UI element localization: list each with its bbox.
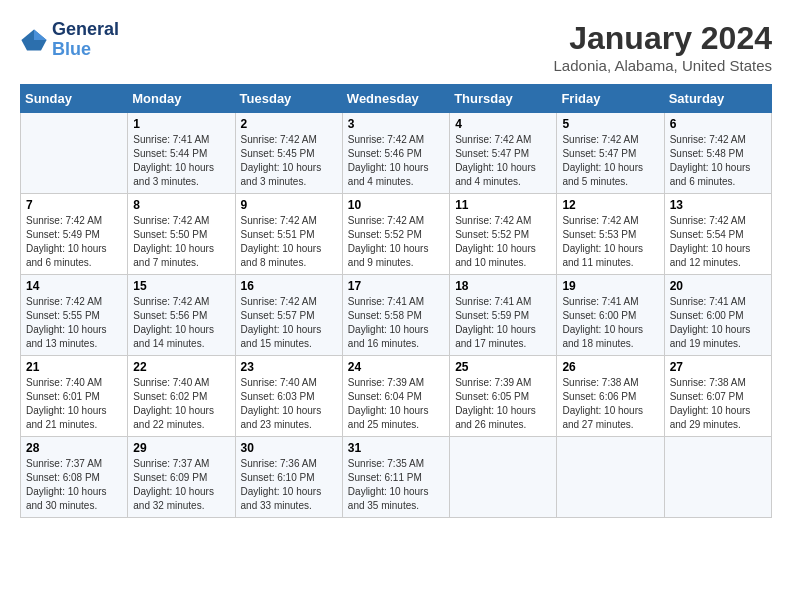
day-number: 20	[670, 279, 766, 293]
calendar-cell: 14Sunrise: 7:42 AMSunset: 5:55 PMDayligh…	[21, 275, 128, 356]
calendar-cell: 26Sunrise: 7:38 AMSunset: 6:06 PMDayligh…	[557, 356, 664, 437]
day-info: Sunrise: 7:42 AMSunset: 5:47 PMDaylight:…	[455, 133, 551, 189]
weekday-thursday: Thursday	[450, 85, 557, 113]
calendar-cell: 22Sunrise: 7:40 AMSunset: 6:02 PMDayligh…	[128, 356, 235, 437]
day-info: Sunrise: 7:42 AMSunset: 5:52 PMDaylight:…	[455, 214, 551, 270]
day-number: 16	[241, 279, 337, 293]
day-number: 29	[133, 441, 229, 455]
day-number: 25	[455, 360, 551, 374]
day-number: 12	[562, 198, 658, 212]
day-info: Sunrise: 7:41 AMSunset: 6:00 PMDaylight:…	[670, 295, 766, 351]
day-info: Sunrise: 7:40 AMSunset: 6:02 PMDaylight:…	[133, 376, 229, 432]
day-number: 21	[26, 360, 122, 374]
calendar-cell: 19Sunrise: 7:41 AMSunset: 6:00 PMDayligh…	[557, 275, 664, 356]
calendar-cell: 21Sunrise: 7:40 AMSunset: 6:01 PMDayligh…	[21, 356, 128, 437]
calendar-cell: 5Sunrise: 7:42 AMSunset: 5:47 PMDaylight…	[557, 113, 664, 194]
day-info: Sunrise: 7:42 AMSunset: 5:48 PMDaylight:…	[670, 133, 766, 189]
day-number: 10	[348, 198, 444, 212]
day-number: 26	[562, 360, 658, 374]
week-row-4: 21Sunrise: 7:40 AMSunset: 6:01 PMDayligh…	[21, 356, 772, 437]
day-info: Sunrise: 7:42 AMSunset: 5:51 PMDaylight:…	[241, 214, 337, 270]
day-info: Sunrise: 7:39 AMSunset: 6:04 PMDaylight:…	[348, 376, 444, 432]
calendar-cell: 6Sunrise: 7:42 AMSunset: 5:48 PMDaylight…	[664, 113, 771, 194]
calendar-cell: 16Sunrise: 7:42 AMSunset: 5:57 PMDayligh…	[235, 275, 342, 356]
calendar-cell: 13Sunrise: 7:42 AMSunset: 5:54 PMDayligh…	[664, 194, 771, 275]
calendar-table: SundayMondayTuesdayWednesdayThursdayFrid…	[20, 84, 772, 518]
calendar-cell: 28Sunrise: 7:37 AMSunset: 6:08 PMDayligh…	[21, 437, 128, 518]
day-number: 6	[670, 117, 766, 131]
day-info: Sunrise: 7:35 AMSunset: 6:11 PMDaylight:…	[348, 457, 444, 513]
calendar-cell: 8Sunrise: 7:42 AMSunset: 5:50 PMDaylight…	[128, 194, 235, 275]
calendar-cell: 1Sunrise: 7:41 AMSunset: 5:44 PMDaylight…	[128, 113, 235, 194]
day-number: 22	[133, 360, 229, 374]
calendar-cell: 30Sunrise: 7:36 AMSunset: 6:10 PMDayligh…	[235, 437, 342, 518]
calendar-body: 1Sunrise: 7:41 AMSunset: 5:44 PMDaylight…	[21, 113, 772, 518]
day-info: Sunrise: 7:42 AMSunset: 5:54 PMDaylight:…	[670, 214, 766, 270]
day-number: 7	[26, 198, 122, 212]
day-number: 31	[348, 441, 444, 455]
calendar-cell: 11Sunrise: 7:42 AMSunset: 5:52 PMDayligh…	[450, 194, 557, 275]
weekday-sunday: Sunday	[21, 85, 128, 113]
day-number: 4	[455, 117, 551, 131]
week-row-5: 28Sunrise: 7:37 AMSunset: 6:08 PMDayligh…	[21, 437, 772, 518]
logo: General Blue	[20, 20, 119, 60]
calendar-cell	[557, 437, 664, 518]
month-title: January 2024	[554, 20, 772, 57]
day-info: Sunrise: 7:42 AMSunset: 5:49 PMDaylight:…	[26, 214, 122, 270]
day-info: Sunrise: 7:42 AMSunset: 5:50 PMDaylight:…	[133, 214, 229, 270]
calendar-cell	[21, 113, 128, 194]
calendar-cell	[664, 437, 771, 518]
day-info: Sunrise: 7:42 AMSunset: 5:57 PMDaylight:…	[241, 295, 337, 351]
calendar-cell: 23Sunrise: 7:40 AMSunset: 6:03 PMDayligh…	[235, 356, 342, 437]
day-info: Sunrise: 7:37 AMSunset: 6:08 PMDaylight:…	[26, 457, 122, 513]
day-info: Sunrise: 7:42 AMSunset: 5:55 PMDaylight:…	[26, 295, 122, 351]
calendar-cell: 20Sunrise: 7:41 AMSunset: 6:00 PMDayligh…	[664, 275, 771, 356]
day-number: 19	[562, 279, 658, 293]
weekday-wednesday: Wednesday	[342, 85, 449, 113]
calendar-cell: 2Sunrise: 7:42 AMSunset: 5:45 PMDaylight…	[235, 113, 342, 194]
day-info: Sunrise: 7:40 AMSunset: 6:01 PMDaylight:…	[26, 376, 122, 432]
day-number: 3	[348, 117, 444, 131]
weekday-friday: Friday	[557, 85, 664, 113]
day-info: Sunrise: 7:42 AMSunset: 5:56 PMDaylight:…	[133, 295, 229, 351]
day-number: 13	[670, 198, 766, 212]
calendar-cell: 7Sunrise: 7:42 AMSunset: 5:49 PMDaylight…	[21, 194, 128, 275]
calendar-cell: 17Sunrise: 7:41 AMSunset: 5:58 PMDayligh…	[342, 275, 449, 356]
day-info: Sunrise: 7:38 AMSunset: 6:07 PMDaylight:…	[670, 376, 766, 432]
calendar-cell: 9Sunrise: 7:42 AMSunset: 5:51 PMDaylight…	[235, 194, 342, 275]
day-info: Sunrise: 7:42 AMSunset: 5:46 PMDaylight:…	[348, 133, 444, 189]
day-info: Sunrise: 7:42 AMSunset: 5:52 PMDaylight:…	[348, 214, 444, 270]
day-number: 9	[241, 198, 337, 212]
calendar-cell: 18Sunrise: 7:41 AMSunset: 5:59 PMDayligh…	[450, 275, 557, 356]
calendar-cell	[450, 437, 557, 518]
day-number: 5	[562, 117, 658, 131]
day-info: Sunrise: 7:42 AMSunset: 5:53 PMDaylight:…	[562, 214, 658, 270]
day-number: 15	[133, 279, 229, 293]
calendar-cell: 4Sunrise: 7:42 AMSunset: 5:47 PMDaylight…	[450, 113, 557, 194]
day-number: 11	[455, 198, 551, 212]
calendar-cell: 29Sunrise: 7:37 AMSunset: 6:09 PMDayligh…	[128, 437, 235, 518]
day-number: 23	[241, 360, 337, 374]
week-row-1: 1Sunrise: 7:41 AMSunset: 5:44 PMDaylight…	[21, 113, 772, 194]
day-info: Sunrise: 7:36 AMSunset: 6:10 PMDaylight:…	[241, 457, 337, 513]
calendar-cell: 25Sunrise: 7:39 AMSunset: 6:05 PMDayligh…	[450, 356, 557, 437]
week-row-2: 7Sunrise: 7:42 AMSunset: 5:49 PMDaylight…	[21, 194, 772, 275]
day-number: 27	[670, 360, 766, 374]
calendar-cell: 10Sunrise: 7:42 AMSunset: 5:52 PMDayligh…	[342, 194, 449, 275]
day-number: 28	[26, 441, 122, 455]
logo-text: General Blue	[52, 20, 119, 60]
day-info: Sunrise: 7:38 AMSunset: 6:06 PMDaylight:…	[562, 376, 658, 432]
day-info: Sunrise: 7:41 AMSunset: 5:44 PMDaylight:…	[133, 133, 229, 189]
day-info: Sunrise: 7:37 AMSunset: 6:09 PMDaylight:…	[133, 457, 229, 513]
day-info: Sunrise: 7:41 AMSunset: 5:59 PMDaylight:…	[455, 295, 551, 351]
day-number: 2	[241, 117, 337, 131]
day-info: Sunrise: 7:41 AMSunset: 5:58 PMDaylight:…	[348, 295, 444, 351]
location: Ladonia, Alabama, United States	[554, 57, 772, 74]
calendar-cell: 12Sunrise: 7:42 AMSunset: 5:53 PMDayligh…	[557, 194, 664, 275]
calendar-header: SundayMondayTuesdayWednesdayThursdayFrid…	[21, 85, 772, 113]
page-header: General Blue January 2024 Ladonia, Alaba…	[20, 20, 772, 74]
day-number: 8	[133, 198, 229, 212]
day-number: 30	[241, 441, 337, 455]
day-number: 17	[348, 279, 444, 293]
day-number: 18	[455, 279, 551, 293]
